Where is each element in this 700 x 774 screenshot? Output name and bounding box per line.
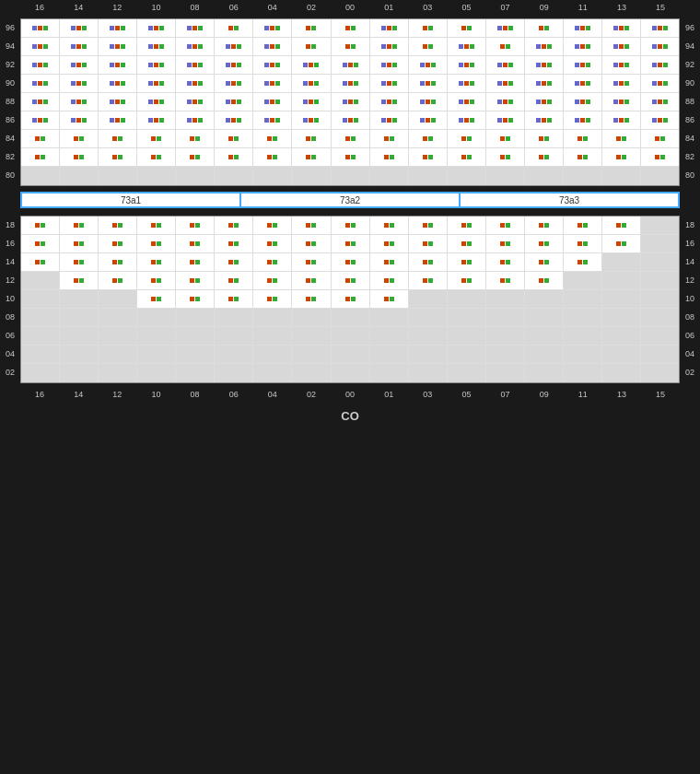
- dot-blue: [226, 100, 230, 104]
- dot-blue: [110, 81, 114, 86]
- cell-02-04: [253, 364, 292, 382]
- dot-orange: [616, 136, 621, 141]
- grid-row-94: [21, 38, 679, 56]
- cell-10-07: [486, 290, 525, 308]
- cell-96-10: [137, 19, 176, 37]
- dot-orange: [74, 278, 78, 283]
- dot-orange: [619, 100, 624, 104]
- dot-green: [392, 81, 397, 86]
- cell-10-02: [292, 290, 331, 308]
- cell-92-01: [370, 56, 409, 74]
- cell-08-02: [292, 309, 331, 326]
- cell-16-01: [370, 235, 409, 252]
- dot-green: [624, 26, 629, 30]
- dot-green: [351, 260, 356, 264]
- dot-orange: [542, 81, 546, 86]
- dot-green: [121, 26, 125, 30]
- cell-90-05: [448, 75, 486, 92]
- cell-80-16: [21, 167, 60, 185]
- dot-green: [234, 223, 239, 228]
- x-label-07: 07: [486, 387, 525, 402]
- cell-14-05: [448, 253, 486, 271]
- cell-90-00: [332, 75, 370, 92]
- cell-94-07: [486, 38, 525, 55]
- cell-94-10: [137, 38, 176, 55]
- dot-orange: [464, 118, 469, 123]
- dot-green: [275, 118, 280, 123]
- y-label-04: 04: [0, 345, 20, 363]
- dot-blue: [148, 44, 153, 49]
- dot-green: [237, 63, 241, 67]
- dot-orange: [423, 241, 427, 246]
- y-label-14: 14: [0, 252, 20, 271]
- cell-04-11: [564, 346, 602, 363]
- dot-green: [506, 241, 510, 246]
- dot-orange: [345, 26, 350, 30]
- dot-green: [118, 136, 122, 141]
- dot-orange: [348, 81, 353, 86]
- cell-16-13: [602, 235, 641, 252]
- dot-orange: [655, 155, 659, 159]
- dot-blue: [459, 118, 463, 123]
- cell-82-11: [564, 148, 602, 166]
- dot-orange: [115, 100, 120, 104]
- y-axis-right: 969492908886848280: [680, 18, 700, 184]
- dot-orange: [539, 241, 543, 246]
- dot-blue: [459, 63, 463, 67]
- dot-orange: [74, 155, 78, 159]
- main-container: 1614121008060402000103050709111315 96949…: [0, 0, 700, 774]
- cell-84-11: [564, 130, 602, 147]
- dot-blue: [264, 100, 269, 104]
- cell-04-04: [253, 346, 292, 363]
- x-label-05: 05: [447, 387, 485, 402]
- dot-orange: [74, 241, 78, 246]
- cell-80-05: [448, 167, 486, 185]
- dot-orange: [384, 278, 389, 283]
- dot-orange: [231, 100, 236, 104]
- dot-orange: [190, 278, 194, 283]
- dot-orange: [35, 223, 40, 228]
- dot-blue: [381, 26, 386, 30]
- dot-green: [159, 81, 164, 86]
- dot-orange: [578, 241, 582, 246]
- dot-green: [470, 63, 474, 67]
- dot-green: [586, 81, 590, 86]
- cell-96-04: [253, 19, 292, 37]
- cell-88-12: [99, 93, 137, 111]
- cell-88-00: [332, 93, 370, 111]
- dot-blue: [536, 44, 541, 49]
- cell-04-02: [292, 346, 331, 363]
- cell-04-05: [448, 346, 486, 363]
- dot-orange: [112, 278, 117, 283]
- co-label: CO: [341, 409, 359, 423]
- dot-orange: [270, 26, 274, 30]
- dot-green: [428, 26, 433, 30]
- cell-02-07: [486, 364, 525, 382]
- dot-green: [157, 136, 161, 141]
- dot-green: [121, 118, 125, 123]
- cell-10-16: [21, 290, 60, 308]
- cell-84-14: [60, 130, 99, 147]
- cell-92-09: [525, 56, 564, 74]
- dot-green: [43, 44, 48, 49]
- cell-84-12: [99, 130, 137, 147]
- cell-06-16: [21, 327, 60, 345]
- cell-14-13: [602, 253, 641, 271]
- cell-92-04: [253, 56, 292, 74]
- dot-blue: [575, 44, 579, 49]
- cell-02-08: [176, 364, 215, 382]
- cell-08-05: [448, 309, 486, 326]
- dot-green: [547, 118, 552, 123]
- cell-90-02: [292, 75, 331, 92]
- dot-green: [586, 26, 590, 30]
- dot-orange: [658, 100, 662, 104]
- cell-82-09: [525, 148, 564, 166]
- cell-96-12: [99, 19, 137, 37]
- y-label-right-82: 82: [680, 147, 700, 166]
- dot-green: [311, 297, 316, 301]
- grid-row-96: [21, 19, 679, 38]
- dot-green: [311, 136, 316, 141]
- dot-green: [622, 241, 626, 246]
- dot-green: [506, 136, 510, 141]
- dot-orange: [580, 44, 585, 49]
